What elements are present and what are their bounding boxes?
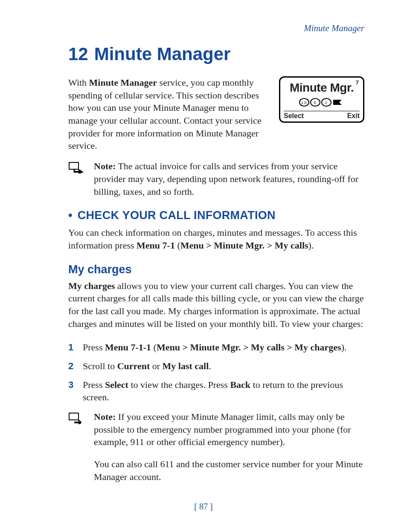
svg-rect-6 [69,162,78,169]
subsection-body: My charges allows you to view your curre… [68,280,364,330]
step-item: 2 Scroll to Current or My last call. [68,360,364,373]
note-extra: You can also call 611 and the customer s… [94,458,364,483]
phone-icons-row: 10 5 1 [284,96,360,110]
t: or [150,361,162,371]
t: Menu 7-1 [137,240,175,251]
note-body: If you exceed your Minute Manager limit,… [94,411,351,447]
svg-text:1: 1 [325,101,328,105]
t: Menu > Minute Mgr. > My calls [180,240,308,251]
intro-bold: Minute Manager [89,77,157,88]
step-text: Press Select to view the charges. Press … [83,379,364,404]
t: My last call [163,361,209,371]
step-item: 1 Press Menu 7-1-1 (Menu > Minute Mgr. >… [68,341,364,354]
t: ( [151,342,157,353]
t: ). [341,342,347,353]
section-heading: •CHECK YOUR CALL INFORMATION [68,209,364,222]
step-text: Press Menu 7-1-1 (Menu > Minute Mgr. > M… [83,341,347,354]
svg-text:10: 10 [301,101,307,105]
phone-menu-number: 7 [356,79,359,86]
svg-rect-7 [69,413,78,420]
intro-post: service, you cap monthly spending of cel… [68,77,262,151]
t: Current [117,361,150,371]
phone-screen-title: Minute Mgr. [284,81,360,95]
step-item: 3 Press Select to view the charges. Pres… [68,379,364,404]
t: ( [175,240,180,251]
section-bullet: • [68,209,73,222]
steps-list: 1 Press Menu 7-1-1 (Menu > Minute Mgr. >… [68,341,364,404]
t: Scroll to [83,361,117,371]
note-text-1: Note: The actual invoice for calls and s… [94,160,364,198]
note-icon [68,160,85,175]
note-label: Note: [94,161,116,171]
intro-paragraph: With Minute Manager service, you cap mon… [68,76,270,152]
chapter-number: 12 [68,44,88,64]
svg-text:5: 5 [314,101,317,105]
t: Menu 7-1-1 [105,342,151,353]
note-text-2: Note: If you exceed your Minute Manager … [94,411,364,483]
phone-screenshot: 7 Minute Mgr. 10 5 1 Select Exit [279,76,364,123]
softkey-left: Select [284,112,304,120]
subsection-heading: My charges [68,263,364,276]
softkey-right: Exit [347,112,360,120]
step-number: 2 [68,360,75,373]
step-number: 3 [68,379,75,404]
phone-softkeys: Select Exit [284,111,360,120]
note-body: The actual invoice for calls and service… [94,161,358,197]
chapter-name: Minute Manager [94,44,231,64]
section-body: You can check information on charges, mi… [68,226,364,252]
note-icon [68,411,85,426]
note-label: Note: [94,411,116,422]
t: Select [105,379,128,390]
note-block-1: Note: The actual invoice for calls and s… [68,160,364,198]
running-head: Minute Manager [68,23,364,34]
t: Menu > Minute Mgr. > My calls > My charg… [157,342,341,353]
page-number: [ 87 ] [0,502,407,512]
t: to view the charges. Press [128,379,230,390]
t: My charges [68,280,115,291]
t: Press [83,379,105,390]
step-text: Scroll to Current or My last call. [83,360,211,373]
t: ). [308,240,314,251]
t: Back [230,379,250,390]
intro-block: With Minute Manager service, you cap mon… [68,76,364,152]
section-title: CHECK YOUR CALL INFORMATION [78,209,276,222]
intro-pre: With [68,77,89,88]
chapter-title: 12Minute Manager [68,44,364,64]
note-block-2: Note: If you exceed your Minute Manager … [68,411,364,483]
t: Press [83,342,105,353]
step-number: 1 [68,341,75,354]
t: . [209,361,211,371]
